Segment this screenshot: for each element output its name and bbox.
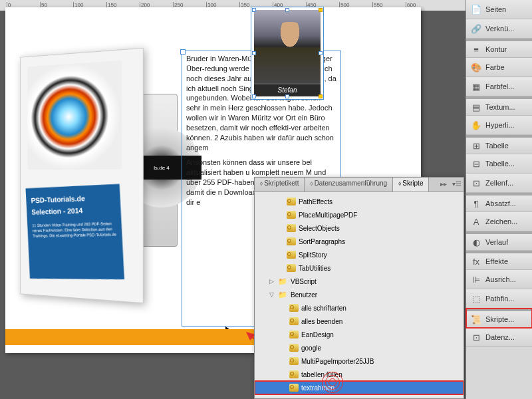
scripts-tree[interactable]: PathEffectsPlaceMultipagePDFSelectObject… [255,192,464,397]
panel-absatzf[interactable]: ¶Absatzf... [466,193,532,212]
folder-icon: 📁 [277,277,288,286]
panel-icon: A [471,216,481,227]
handle-n[interactable] [285,8,289,12]
panel-label: Textum... [485,103,515,111]
tab-skriptetikett[interactable]: Skriptetikett [255,178,305,192]
tree-label: EanDesign [301,331,334,338]
script-selectobjects[interactable]: SelectObjects [255,221,464,235]
panel-icon: ⊞ [471,140,481,151]
panel-zeichen[interactable]: AZeichen... [466,212,532,231]
panel-farbfel[interactable]: ▦Farbfel... [466,77,532,96]
panel-textum[interactable]: ▤Textum... [466,96,532,116]
script-benutzer[interactable]: ▽📁Benutzer [255,288,464,301]
script-patheffects[interactable]: PathEffects [255,195,464,208]
script-splitstory[interactable]: SplitStory [255,248,464,261]
panel-icon: ¶ [471,198,481,209]
tree-label: PlaceMultipagePDF [299,211,357,219]
right-panels-dock: 📄Seiten🔗Verknü...≡Kontur🎨Farbe▦Farbfel..… [466,0,532,399]
dvd-label: PSD-Tutorials.deSelection - 2014 11 Stun… [26,184,124,279]
dvd-case: PSD-Tutorials.deSelection - 2014 11 Stun… [20,48,144,303]
panel-label: Seiten [485,5,506,13]
panel-verknü[interactable]: 🔗Verknü... [466,19,532,39]
panel-kontur[interactable]: ≡Kontur [466,39,532,58]
script-textrahmen[interactable]: textrahmen [255,381,464,394]
panel-collapse-icon[interactable]: ▸▸ [437,178,450,192]
script-icon [289,384,299,392]
script-alles-beenden[interactable]: alles beenden [255,315,464,328]
panel-skripte[interactable]: 📜Skripte... [466,309,532,328]
script-icon [289,304,299,312]
dvd-product-image: ls.de 4 PSD-Tutorials.deSelection - 2014… [15,47,174,307]
script-icon [287,251,296,259]
panel-verlauf[interactable]: ◐Verlauf [466,231,532,251]
tree-label: alles beenden [301,318,342,325]
photo-frame[interactable]: Stefan [251,7,323,99]
panel-ausrich[interactable]: ⊫Ausrich... [466,270,532,289]
panel-icon: ✋ [471,120,481,130]
panel-icon: 📜 [471,314,481,325]
dvd-title-2: Selection - 2014 [31,206,82,215]
panel-label: Pathfin... [485,295,514,303]
panel-menu-icon[interactable]: ▾☰ [450,178,464,192]
panel-icon: ⊫ [471,274,481,285]
script-placemultipagepdf[interactable]: PlaceMultipagePDF [255,208,464,221]
panel-icon: ▦ [471,81,481,92]
panel-datenz[interactable]: ⊡Datenz... [466,328,532,347]
script-icon [287,198,296,205]
tab-datenzusammenfuehrung[interactable]: Datenzusammenführung [305,178,393,192]
eye-artwork [28,61,122,170]
panel-hyperli[interactable]: ✋Hyperli... [466,116,532,135]
panel-seiten[interactable]: 📄Seiten [466,0,532,19]
scripts-panel[interactable]: Skriptetikett Datenzusammenführung Skrip… [254,177,464,399]
panel-label: Zellenf... [485,179,513,187]
tab-skripte[interactable]: Skripte [393,178,429,192]
script-icon [289,331,299,338]
panel-icon: 🔗 [471,23,481,34]
panel-icon: ⊡ [471,178,481,188]
script-icon [287,264,296,272]
handle-ne[interactable] [319,8,323,12]
tree-label: SortParagraphs [299,238,345,245]
script-alle-schriftarten[interactable]: alle schriftarten [255,301,464,315]
panel-label: Ausrich... [485,275,516,283]
script-sortparagraphs[interactable]: SortParagraphs [255,235,464,248]
panel-effekte[interactable]: fxEffekte [466,251,532,270]
script-vbscript[interactable]: ▷📁VBScript [255,275,464,288]
tree-label: alle schriftarten [301,305,346,312]
panel-label: Zeichen... [485,217,517,225]
panel-label: Tabelle [485,142,509,150]
panel-label: Hyperli... [485,121,514,129]
script-eandesign[interactable]: EanDesign [255,328,464,341]
folder-icon: 📁 [277,290,288,299]
script-tabellen-füllen[interactable]: tabellen füllen [255,368,464,381]
script-icon [289,317,299,325]
script-multipageimporter25jjb[interactable]: MultiPageImporter25JJB [255,354,464,368]
panel-icon: ⊡ [471,332,481,342]
panel-icon: fx [471,256,481,267]
panel-label: Datenz... [485,333,515,341]
handle-s[interactable] [285,94,289,98]
handle-nw[interactable] [252,8,256,12]
panel-farbe[interactable]: 🎨Farbe [466,58,532,77]
tree-label: Benutzer [291,291,317,299]
panel-tabelle[interactable]: ⊟Tabelle... [466,154,532,174]
panel-icon: ⬚ [471,293,481,304]
panel-label: Verlauf [485,238,508,246]
panel-pathfin[interactable]: ⬚Pathfin... [466,289,532,309]
handle-e[interactable] [319,51,323,55]
handle-w[interactable] [252,51,256,55]
panel-tabelle[interactable]: ⊞Tabelle [466,135,532,154]
handle-sw[interactable] [252,94,256,98]
panel-label: Kontur [485,45,507,53]
script-tabutilities[interactable]: TabUtilities [255,261,464,275]
tree-label: TabUtilities [299,265,331,272]
tree-label: MultiPageImporter25JJB [301,358,374,365]
handle-se[interactable] [319,94,323,98]
dvd-title-1: PSD-Tutorials.de [31,194,85,204]
tree-label: PathEffects [299,198,332,205]
script-icon [289,344,299,352]
script-google[interactable]: google [255,341,464,354]
panel-icon: ⊟ [471,158,481,169]
panel-zellenf[interactable]: ⊡Zellenf... [466,174,532,193]
panel-label: Effekte [485,257,508,265]
